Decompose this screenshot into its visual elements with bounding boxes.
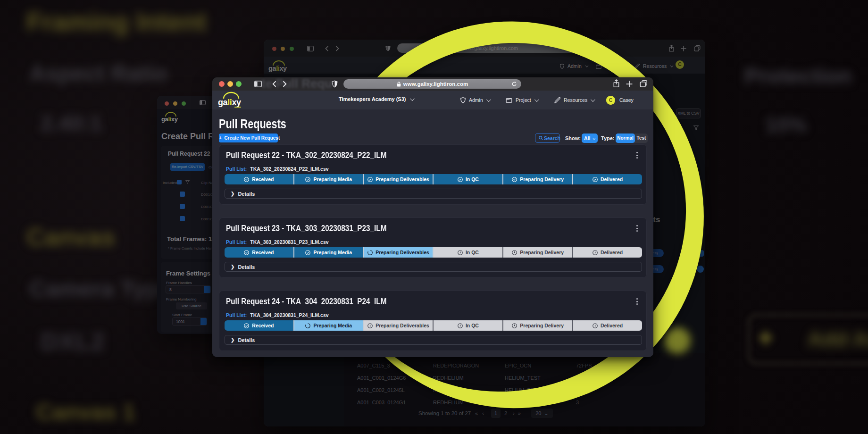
svg-text:galixy: galixy (218, 98, 241, 107)
